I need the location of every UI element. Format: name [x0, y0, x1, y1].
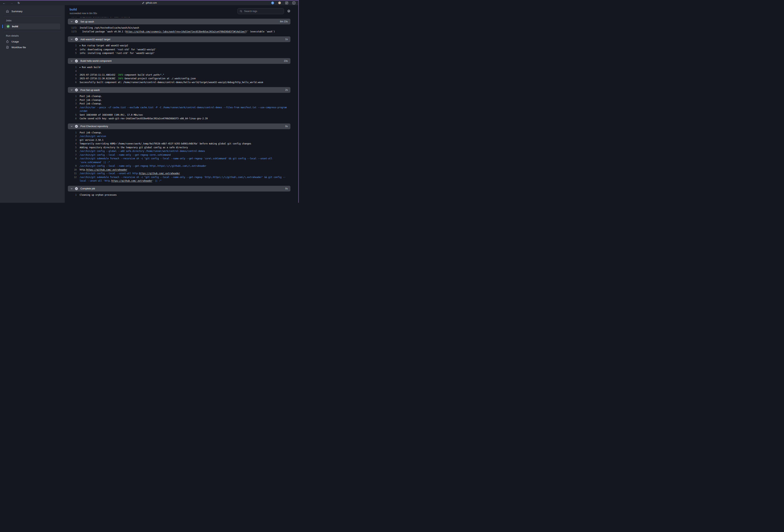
- log-section: Complete job 0s 1 Cleaning up orphan pro…: [68, 186, 290, 200]
- section-duration: 2s: [285, 89, 288, 91]
- profile-avatar[interactable]: [278, 1, 281, 4]
- log-scroll-area[interactable]: 1171 Completed installation of wash v0.5…: [65, 17, 298, 203]
- line-number[interactable]: 5: [68, 146, 77, 149]
- line-number[interactable]: 4: [68, 106, 77, 113]
- line-content: Sent 16834460 of 16834460 (100.0%), 17.0…: [80, 113, 290, 117]
- log-line: 1 Post job cleanup.: [68, 131, 290, 135]
- step-check-icon: [75, 187, 78, 190]
- address-bar[interactable]: github.com: [124, 1, 174, 5]
- line-content: Post job cleanup.: [80, 98, 290, 102]
- line-number[interactable]: 6: [68, 149, 77, 153]
- line-number[interactable]: 12: [68, 175, 77, 183]
- chevron-down-icon: [71, 38, 73, 40]
- search-icon: [240, 10, 243, 12]
- log-line: 11 /usr/bin/git config --local --unset-a…: [68, 172, 290, 175]
- search-logs-box[interactable]: [237, 8, 284, 14]
- log-section: Build hello-world component 23s 1 ▶Run w…: [68, 58, 290, 87]
- line-number[interactable]: 10: [68, 168, 77, 172]
- line-content: /usr/bin/git submodule foreach --recursi…: [80, 157, 290, 164]
- log-line: 6 Successfully built component at: /home…: [68, 81, 290, 84]
- line-number[interactable]: 4: [68, 48, 77, 52]
- line-number[interactable]: 3: [68, 138, 77, 142]
- line-number[interactable]: 1173: [68, 30, 77, 34]
- line-number[interactable]: 1: [68, 131, 77, 135]
- line-content: /usr/bin/git config --local --name-only …: [80, 164, 290, 168]
- partial-line-clip: 1171 Completed installation of wash v0.5…: [68, 17, 290, 19]
- expander-triangle-icon[interactable]: ▶: [80, 44, 81, 48]
- log-settings-gear-icon[interactable]: [287, 9, 290, 13]
- log-link[interactable]: https://github.com/.extraheader: [139, 172, 180, 175]
- browser-settings-icon[interactable]: [285, 1, 288, 5]
- log-line: 4 2025-07-23T16:11:11.486143Z INFO compo…: [68, 73, 290, 77]
- line-number[interactable]: 6: [68, 117, 77, 121]
- line-number[interactable]: 2: [68, 98, 77, 102]
- step-check-icon: [75, 59, 78, 62]
- line-number[interactable]: 11: [68, 172, 77, 175]
- code-file-icon: [6, 46, 9, 49]
- back-button[interactable]: ←: [3, 2, 5, 4]
- section-title: Complete job: [80, 187, 283, 190]
- section-title: Build hello-world component: [80, 59, 282, 62]
- sidebar-item-usage[interactable]: Usage: [0, 39, 65, 45]
- log-section: Post Set up wash 2s 1 Post job cleanup. …: [68, 87, 290, 123]
- log-line: 12 /usr/bin/git submodule foreach --recu…: [68, 175, 290, 183]
- line-number[interactable]: 5: [68, 113, 77, 117]
- window-frame-top: [0, 0, 299, 1]
- reload-button[interactable]: ↻: [18, 2, 20, 4]
- log-link[interactable]: https://github.com/.extraheader: [86, 168, 127, 171]
- job-title-link[interactable]: build: [69, 8, 97, 11]
- line-number[interactable]: 1: [68, 193, 77, 197]
- stopwatch-icon: [6, 40, 9, 43]
- line-number[interactable]: 5: [68, 77, 77, 81]
- line-number[interactable]: 5: [68, 52, 77, 55]
- line-number[interactable]: 9: [68, 164, 77, 168]
- line-number[interactable]: 1172: [68, 26, 77, 30]
- log-line: 4 info: downloading component 'rust-std'…: [68, 48, 290, 52]
- sidebar: Summary Jobs build Run details: [0, 5, 65, 203]
- expander-triangle-icon[interactable]: ▶: [80, 65, 81, 69]
- line-number[interactable]: 2: [68, 135, 77, 138]
- section-header[interactable]: Set up wash 8m 23s: [68, 19, 290, 24]
- line-number[interactable]: 8: [68, 157, 77, 164]
- log-line: 1 Cleaning up orphan processes: [68, 193, 290, 197]
- search-logs-input[interactable]: [244, 10, 282, 12]
- run-details-heading: Run details: [0, 34, 65, 39]
- forward-button[interactable]: →: [10, 2, 13, 4]
- url-text: github.com: [146, 2, 157, 4]
- step-check-icon: [75, 20, 78, 23]
- log-link[interactable]: https://github.com/.extraheader: [111, 179, 152, 182]
- line-number[interactable]: 1: [68, 44, 77, 48]
- section-header[interactable]: Build hello-world component 23s: [68, 58, 290, 64]
- section-header[interactable]: Complete job 0s: [68, 186, 290, 192]
- log-section: Add wasm32-wasip2 target 1s 1 ▶Run rustu…: [68, 36, 290, 58]
- step-check-icon: [75, 88, 78, 91]
- log-link[interactable]: https://github.com/cosmonic-labs/wash?re…: [126, 30, 246, 33]
- sidebar-item-workflow-file[interactable]: Workflow file: [0, 45, 65, 50]
- section-lines: 1172 Installing /opt/hostedtoolcache/was…: [68, 24, 290, 36]
- line-content: Cache saved with key: wash-git-rev-14a51…: [80, 117, 290, 121]
- line-number[interactable]: 4: [68, 73, 77, 77]
- sidebar-item-summary[interactable]: Summary: [0, 8, 65, 14]
- line-number[interactable]: 6: [68, 81, 77, 84]
- log-sections: Set up wash 8m 23s 1172 Installing /opt/…: [68, 19, 290, 200]
- section-header[interactable]: Add wasm32-wasip2 target 1s: [68, 36, 290, 42]
- section-duration: 8m 23s: [280, 20, 288, 23]
- sidebar-item-job-build[interactable]: build: [4, 23, 60, 29]
- line-number[interactable]: 4: [68, 69, 77, 73]
- log-line: 8 /usr/bin/git submodule foreach --recur…: [68, 157, 290, 164]
- line-number[interactable]: 1: [68, 65, 77, 69]
- log-line: 5 2025-07-23T16:11:30.822638Z INFO Gener…: [68, 77, 290, 81]
- section-header[interactable]: Post Set up wash 2s: [68, 87, 290, 93]
- line-content: Installed package `wash v0.50.1 (https:/…: [80, 30, 290, 34]
- line-content: 2025-07-23T16:11:11.486143Z INFO compone…: [80, 73, 290, 77]
- line-number[interactable]: 1: [68, 94, 77, 98]
- line-number[interactable]: 3: [68, 102, 77, 106]
- line-number[interactable]: 4: [68, 142, 77, 146]
- line-number[interactable]: 1171: [68, 17, 77, 19]
- onepassword-extension-icon[interactable]: [271, 2, 274, 4]
- line-number[interactable]: 7: [68, 153, 77, 157]
- section-header[interactable]: Post Checkout repository 0s: [68, 123, 290, 129]
- split-view-icon[interactable]: [292, 2, 296, 4]
- log-line: 4 /usr/bin/tar --posix -cf cache.tzst --…: [68, 106, 290, 113]
- log-line: 6 /usr/bin/git config --global --add saf…: [68, 149, 290, 153]
